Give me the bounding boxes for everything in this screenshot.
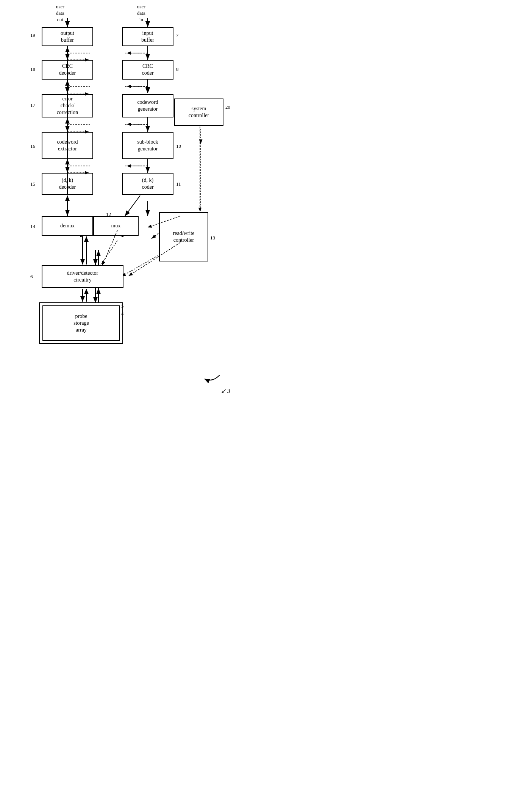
codeword-extractor-number: 16: [30, 143, 35, 149]
probe-storage-number-5: 5: [121, 303, 124, 309]
subblock-generator-number: 10: [176, 143, 181, 149]
subblock-generator-block: sub-blockgenerator: [122, 132, 173, 159]
output-buffer-block: outputbuffer: [42, 27, 93, 46]
codeword-generator-block: codewordgenerator: [122, 94, 173, 117]
crc-decoder-block: CRCdecoder: [42, 60, 93, 80]
dk-coder-block: (d, k)coder: [122, 173, 173, 195]
error-correction-block: errorcheck/correction: [42, 94, 93, 117]
dk-decoder-block: (d, k)decoder: [42, 173, 93, 195]
input-buffer-number: 7: [176, 32, 179, 38]
diagram-container: userdataout userdatain outputbuffer 19 C…: [0, 0, 253, 406]
system-controller-block: systemcontroller: [174, 99, 223, 126]
user-data-in-label: userdatain: [137, 4, 145, 23]
input-buffer-block: inputbuffer: [122, 27, 173, 46]
probe-storage-number-4: 4: [121, 311, 124, 317]
system-controller-number: 20: [225, 104, 230, 110]
rw-controller-block: read/writecontroller: [159, 212, 208, 261]
probe-storage-block: probestoragearray: [42, 305, 120, 341]
mux-block: mux: [93, 216, 139, 236]
crc-decoder-number: 18: [30, 66, 35, 72]
mux-number: 12: [106, 211, 111, 217]
dk-coder-number: 11: [176, 181, 181, 187]
driver-detector-block: driver/detectorcircuitry: [42, 265, 123, 288]
figure-number: ↙ 3: [221, 387, 230, 394]
driver-detector-number: 6: [30, 274, 33, 280]
rw-controller-number: 13: [210, 235, 215, 241]
demux-number: 14: [30, 224, 35, 230]
crc-coder-number: 8: [176, 66, 179, 72]
svg-line-57: [125, 196, 140, 216]
crc-coder-block: CRCcoder: [122, 60, 173, 80]
dk-decoder-number: 15: [30, 181, 35, 187]
user-data-out-label: userdataout: [56, 4, 64, 23]
codeword-extractor-block: codewordextractor: [42, 132, 93, 159]
demux-block: demux: [42, 216, 93, 236]
error-correction-number: 17: [30, 102, 35, 108]
output-buffer-number: 19: [30, 32, 35, 38]
